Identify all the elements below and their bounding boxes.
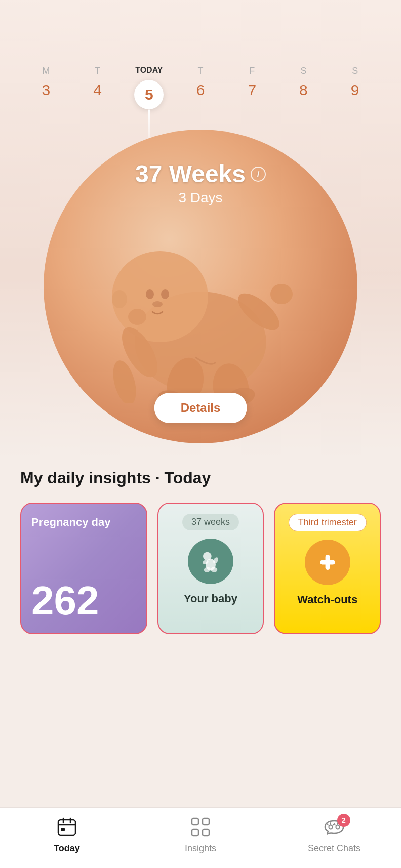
svg-rect-28: [192, 818, 198, 825]
baby-icon: [188, 539, 233, 584]
insights-cards: Pregnancy day 262 37 weeks: [20, 503, 381, 634]
calendar-day-thu[interactable]: T 6: [175, 66, 226, 99]
day-date-thu: 6: [196, 81, 205, 99]
secret-chats-badge: 2: [337, 814, 350, 827]
baby-circle: 37 Weeks i 3 Days: [44, 130, 357, 443]
calendar-day-today[interactable]: TODAY 5: [123, 66, 175, 140]
svg-point-10: [270, 284, 293, 304]
day-letter-fri: F: [249, 66, 255, 76]
svg-rect-22: [320, 560, 335, 565]
svg-line-35: [327, 824, 328, 825]
pregnancy-day-number: 262: [31, 570, 136, 621]
svg-rect-30: [192, 829, 198, 836]
today-icon: [56, 816, 78, 840]
bottom-nav: Today Insights: [0, 807, 401, 868]
info-icon[interactable]: i: [251, 167, 266, 182]
day-date-sat: 8: [299, 81, 308, 99]
day-letter-sat: S: [300, 66, 306, 76]
card-pregnancy-day[interactable]: Pregnancy day 262: [20, 503, 147, 634]
svg-point-2: [146, 289, 154, 299]
day-date-mon: 3: [42, 81, 51, 99]
svg-point-5: [112, 290, 127, 308]
baby-illustration: [84, 200, 317, 403]
calendar-row: M 3 T 4 TODAY 5 T 6 F 7 S 8: [0, 0, 401, 140]
day-letter-mon: M: [42, 66, 50, 76]
details-button[interactable]: Details: [154, 393, 247, 423]
day-date-sun: 9: [351, 81, 359, 99]
day-letter-today: TODAY: [135, 66, 163, 75]
baby-card-title: Your baby: [184, 592, 237, 615]
svg-rect-23: [58, 820, 75, 835]
card-your-baby[interactable]: 37 weeks Your baby: [157, 503, 264, 634]
svg-point-33: [336, 825, 340, 829]
calendar-day-fri[interactable]: F 7: [226, 66, 278, 99]
svg-point-32: [329, 825, 333, 829]
baby-weeks-tag: 37 weeks: [182, 514, 239, 530]
calendar-day-sat[interactable]: S 8: [278, 66, 330, 99]
day-letter-thu: T: [198, 66, 204, 76]
svg-point-4: [152, 301, 163, 307]
nav-insights-label: Insights: [185, 843, 216, 854]
nav-insights-icon-wrap: [187, 817, 214, 839]
nav-today-label: Today: [54, 843, 80, 854]
insights-section: My daily insights · Today Pregnancy day …: [0, 443, 401, 649]
nav-item-today[interactable]: Today: [0, 817, 134, 854]
svg-rect-27: [61, 828, 65, 831]
day-date-fri: 7: [248, 81, 256, 99]
watchouts-badge: Third trimester: [289, 514, 367, 531]
baby-circle-container: 37 Weeks i 3 Days: [44, 130, 357, 443]
svg-point-8: [128, 309, 146, 325]
nav-secretchats-label: Secret Chats: [308, 843, 360, 854]
svg-point-3: [161, 289, 169, 299]
card-watchouts[interactable]: Third trimester Watch-outs: [274, 503, 381, 634]
nav-item-insights[interactable]: Insights: [134, 817, 267, 854]
pregnancy-weeks-label: 37 Weeks i: [135, 160, 266, 188]
day-date-tue: 4: [93, 81, 102, 99]
calendar-day-mon[interactable]: M 3: [20, 66, 72, 99]
insights-icon: [189, 816, 212, 840]
svg-rect-31: [203, 829, 209, 836]
calendar-day-sun[interactable]: S 9: [329, 66, 381, 99]
svg-rect-29: [203, 818, 209, 825]
nav-today-icon-wrap: [54, 817, 80, 839]
watchouts-title: Watch-outs: [297, 593, 357, 616]
pregnancy-day-label: Pregnancy day: [31, 516, 136, 529]
day-letter-tue: T: [95, 66, 100, 76]
calendar-day-tue[interactable]: T 4: [72, 66, 124, 99]
watchouts-icon: [305, 540, 350, 585]
svg-line-38: [334, 824, 335, 825]
today-circle: 5: [134, 80, 164, 109]
insights-title: My daily insights · Today: [20, 469, 381, 487]
nav-secretchats-icon-wrap: 2: [321, 817, 347, 839]
day-letter-sun: S: [352, 66, 358, 76]
nav-item-secret-chats[interactable]: 2 Secret Chats: [267, 817, 401, 854]
